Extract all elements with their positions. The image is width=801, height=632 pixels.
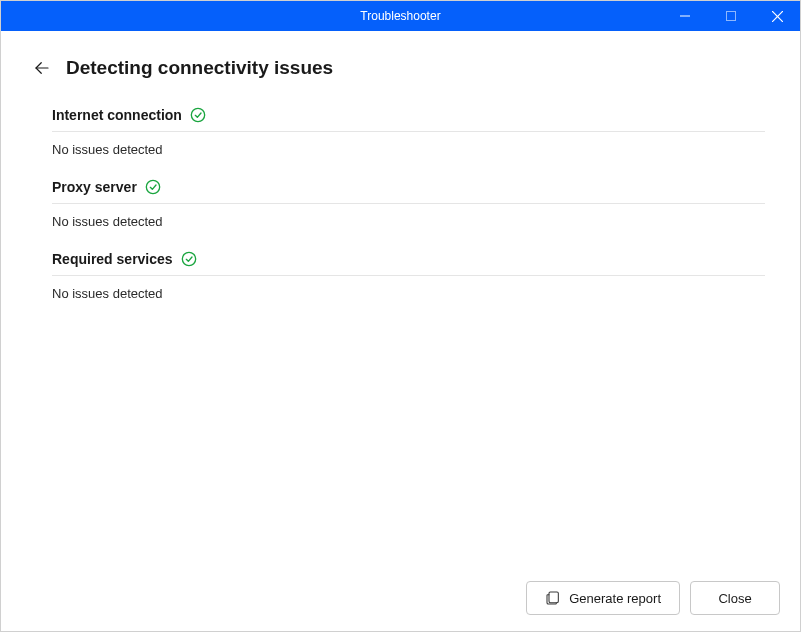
- page-title: Detecting connectivity issues: [66, 57, 333, 79]
- title-bar: Troubleshooter: [1, 1, 800, 31]
- arrow-left-icon: [33, 59, 51, 77]
- maximize-button[interactable]: [708, 1, 754, 31]
- sections-list: Internet connection No issues detected P…: [32, 107, 769, 301]
- svg-rect-8: [549, 592, 558, 603]
- section-status: No issues detected: [52, 276, 765, 301]
- page-header: Detecting connectivity issues: [32, 57, 769, 79]
- check-circle-icon: [145, 179, 161, 195]
- section-head: Proxy server: [52, 179, 765, 204]
- minimize-button[interactable]: [662, 1, 708, 31]
- section-required-services: Required services No issues detected: [52, 251, 765, 301]
- close-button[interactable]: Close: [690, 581, 780, 615]
- close-window-button[interactable]: [754, 1, 800, 31]
- section-title: Required services: [52, 251, 173, 267]
- report-icon: [545, 590, 561, 606]
- close-icon: [772, 11, 783, 22]
- maximize-icon: [726, 11, 736, 21]
- footer-buttons: Generate report Close: [526, 581, 780, 615]
- svg-point-6: [146, 180, 159, 193]
- content-area: Detecting connectivity issues Internet c…: [1, 31, 800, 301]
- svg-point-7: [182, 252, 195, 265]
- section-head: Required services: [52, 251, 765, 276]
- close-label: Close: [718, 591, 751, 606]
- section-status: No issues detected: [52, 204, 765, 229]
- section-title: Internet connection: [52, 107, 182, 123]
- section-title: Proxy server: [52, 179, 137, 195]
- back-button[interactable]: [32, 58, 52, 78]
- section-status: No issues detected: [52, 132, 765, 157]
- minimize-icon: [680, 11, 690, 21]
- check-circle-icon: [181, 251, 197, 267]
- window-controls: [662, 1, 800, 31]
- check-circle-icon: [190, 107, 206, 123]
- window-title: Troubleshooter: [360, 9, 440, 23]
- generate-report-label: Generate report: [569, 591, 661, 606]
- svg-rect-1: [727, 12, 736, 21]
- section-proxy-server: Proxy server No issues detected: [52, 179, 765, 229]
- section-internet-connection: Internet connection No issues detected: [52, 107, 765, 157]
- section-head: Internet connection: [52, 107, 765, 132]
- generate-report-button[interactable]: Generate report: [526, 581, 680, 615]
- svg-point-5: [191, 108, 204, 121]
